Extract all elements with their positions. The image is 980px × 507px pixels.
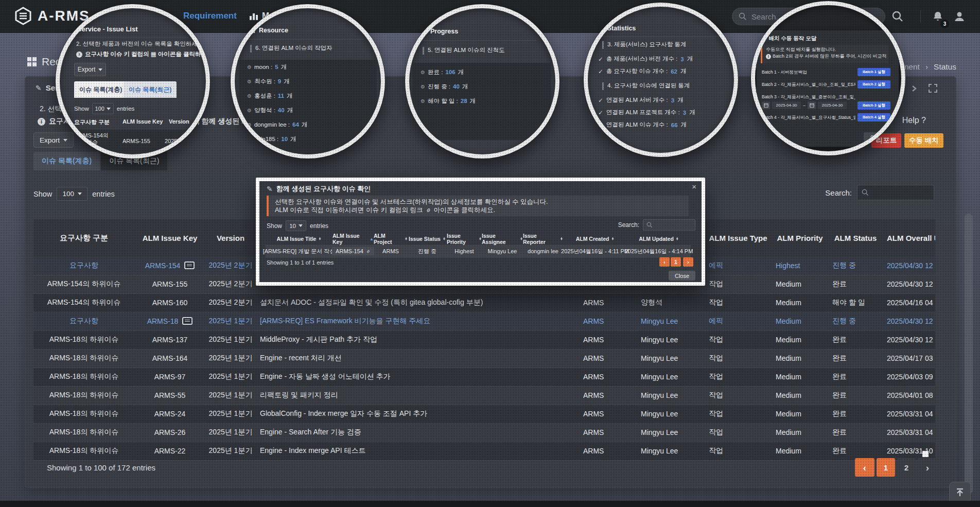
modal-col-header[interactable]: ALM Updated▲▼ xyxy=(627,234,691,244)
modal-search-box[interactable] xyxy=(643,219,695,231)
modal-pagination-prev[interactable]: ‹ xyxy=(659,257,670,267)
gear-icon: ⚙ xyxy=(421,98,425,104)
cell-c6: Mingyu Lee xyxy=(637,442,705,460)
table-search-input[interactable] xyxy=(872,189,929,197)
modal-col-header[interactable]: Issue Priority▲▼ xyxy=(447,234,482,244)
nav-divider xyxy=(920,10,921,23)
cell-c10: 2025/04/30 12 xyxy=(883,275,935,293)
modal-close-button[interactable]: Close xyxy=(669,271,695,281)
cell-c4: Engine - recent 처리 개선 xyxy=(256,349,579,368)
item-count: 11 xyxy=(278,93,284,99)
item-count: 9 xyxy=(278,78,281,84)
cell-c6: 양형석 xyxy=(637,293,705,312)
cell-c5: ARMS xyxy=(579,442,637,460)
modal-col-header[interactable]: Issue Reporter▲▼ xyxy=(523,234,563,244)
modal-table-row[interactable]: [ARMS-REQ] 개발 문서 작성 ARMS-154 ARMS 진행 중 H… xyxy=(266,245,691,257)
col-header-alm-priority[interactable]: ALM Priority xyxy=(772,219,828,256)
item-count: 10 xyxy=(281,136,288,142)
modal-col-header[interactable]: ALM Issue Key▲ xyxy=(332,234,374,244)
cell-c9: 해야 할 일 xyxy=(828,293,883,312)
table-row[interactable]: ARMS-18의 하위이슈ARMS-1372025년 1분기MiddleProx… xyxy=(33,330,935,349)
cell-c10: 2025/04/30 12 xyxy=(883,312,935,330)
modal-col-header[interactable]: Issue Status▲▼ xyxy=(408,234,447,244)
table-row[interactable]: ARMS-18의 하위이슈ARMS-1642025년 1분기Engine - r… xyxy=(33,349,935,368)
calendar-icon xyxy=(808,101,816,109)
cell-c3: 2025년 1분기 xyxy=(205,386,256,405)
issue-detail-icon[interactable] xyxy=(184,261,195,269)
table-row[interactable]: ARMS-18의 하위이슈ARMS-222025년 1분기Engine - In… xyxy=(33,442,935,460)
col-header-alm-overall-update[interactable]: ALM Overall Update xyxy=(883,219,935,256)
modal-pagination-page-1[interactable]: 1 xyxy=(671,257,681,267)
tab-issue-list-hierarchy[interactable]: 이슈 목록(계층) xyxy=(33,152,100,170)
stat-label: 총 제품(서비스) 버전 개수 : xyxy=(606,55,678,63)
batch-label: Batch 2 - 각_제품서비스_별_이슈_조회_및_ES저장_순차실행 xyxy=(762,82,855,88)
cell-c2: ARMS-18 xyxy=(134,312,205,330)
issue-detail-icon[interactable] xyxy=(182,317,192,325)
modal-col-header[interactable]: ALM Issue Title▲▼ xyxy=(266,234,332,244)
cell-c5: ARMS xyxy=(579,312,637,330)
chevron-right-icon[interactable] xyxy=(910,84,918,93)
scroll-to-top-button[interactable] xyxy=(949,482,971,503)
table-row[interactable]: ARMS-18의 하위이슈ARMS-242025년 1분기GlobalConfi… xyxy=(33,405,935,423)
col-header-alm-issue-key[interactable]: ALM Issue Key xyxy=(134,219,205,256)
check-icon: ✓ xyxy=(598,97,603,104)
modal-col-header[interactable]: ALM Project▲▼ xyxy=(374,234,408,244)
cell-c3: 2025년 1분기 xyxy=(205,312,256,330)
expand-icon[interactable] xyxy=(929,84,937,93)
cell-c7: 작업 xyxy=(705,368,772,386)
cell-c3: 2025년 1분기 xyxy=(205,349,256,368)
export-button[interactable]: Export xyxy=(33,132,74,148)
page-size-select[interactable]: 100 xyxy=(57,187,87,201)
pagination-page-2[interactable]: 2 xyxy=(897,458,916,477)
issue-key: ARMS-155 xyxy=(152,280,187,288)
issue-key-text: ARMS-154 xyxy=(336,248,363,254)
item-label: 양형석 : xyxy=(254,107,275,114)
pagination-next-button[interactable]: › xyxy=(918,458,937,477)
table-row[interactable]: 요구사항ARMS-182025년 1분기[ARMS-REQ] ES Framew… xyxy=(33,312,935,330)
vertical-scrollbar[interactable] xyxy=(965,214,973,494)
modal-col-header[interactable]: Issue Assignee▲▼ xyxy=(482,234,523,244)
modal-info-line2: ALM 이슈로 직접 이동하시려면 이슈 키 컬럼의 링크 아이콘을 클릭하세요… xyxy=(275,206,682,214)
cell-c4: Engine - Search After 기능 검증 xyxy=(256,423,579,442)
table-row[interactable]: ARMS-18의 하위이슈ARMS-972025년 1분기Engine - 자동… xyxy=(33,368,935,386)
modal-close-icon[interactable]: × xyxy=(692,182,696,191)
issue-key[interactable]: ARMS-154 xyxy=(145,261,180,270)
cell-c2: ARMS-97 xyxy=(134,368,205,386)
issue-key[interactable]: ARMS-18 xyxy=(147,317,179,325)
manual-batch-button[interactable]: 수동 배치 xyxy=(904,133,943,148)
issue-key-link[interactable]: ARMS-154 xyxy=(332,247,374,255)
count-list-item: ⚙홍성훈 : 11 개 xyxy=(239,89,377,103)
table-search-box[interactable] xyxy=(857,185,934,200)
issue-key: ARMS-55 xyxy=(154,391,186,399)
nav-item-requirement[interactable]: Requirement xyxy=(183,11,237,21)
modal-info-line1: 선택한 요구사항 이슈와 연결이슈 및 서브테스크(하위작업)의 상세정보를 확… xyxy=(275,198,682,206)
table-row[interactable]: ARMS-18의 하위이슈ARMS-262025년 1분기Engine - Se… xyxy=(33,423,935,442)
gear-icon: ⚙ xyxy=(421,84,425,90)
loupe-tab-hierarchy: 이슈 목록(계층) xyxy=(74,81,127,98)
modal-col-header[interactable]: ALM Created▲▼ xyxy=(563,234,627,244)
modal-cell-assignee: Mingyu Lee xyxy=(482,246,523,257)
item-unit: 개 xyxy=(284,78,290,85)
col-header-requirement-type[interactable]: 요구사항 구분 xyxy=(33,219,134,256)
brand-logo[interactable]: A-RMS xyxy=(13,6,90,26)
col-header-version[interactable]: Version xyxy=(205,219,256,256)
col-header-alm-issue-type[interactable]: ALM Issue Type xyxy=(705,219,772,256)
modal-pagination-next[interactable]: › xyxy=(683,257,693,267)
help-link[interactable]: Help ? xyxy=(902,116,926,125)
item-unit: 개 xyxy=(287,92,293,100)
user-avatar-icon[interactable] xyxy=(953,10,966,23)
table-row[interactable]: ARMS-18의 하위이슈ARMS-552025년 1분기리팩토링 및 패키지 … xyxy=(33,386,935,405)
table-row[interactable]: ARMS-154의 하위이슈ARMS-1602025년 2분기설치문서 ADOC… xyxy=(33,293,935,312)
pagination-prev-button[interactable]: ‹ xyxy=(855,458,874,477)
modal-search-row: Search: xyxy=(618,219,695,231)
pagination-page-1[interactable]: 1 xyxy=(877,458,895,477)
count-list-item: ⚙moon : 5 개 xyxy=(239,60,377,74)
search-icon-button[interactable] xyxy=(891,10,904,23)
col-header-alm-status[interactable]: ALM Status xyxy=(828,219,883,256)
modal-page-size-select[interactable]: 10 xyxy=(286,220,306,231)
cell-c4: 설치문서 ADOC - 설정파일 확인 및 수정 (특히 gitea globa… xyxy=(256,293,579,312)
hexagon-logo-icon xyxy=(13,6,33,26)
item-count: 40 xyxy=(453,83,460,90)
progress-count-list: ⚙완료 : 106 개⚙진행 중 : 40 개⚙해야 할 일 : 28 개 xyxy=(412,63,551,140)
batch-modal-info-box: 수동으로 직접 배치를 실행합니다. i Batch 2의 경우 서버에 많은 … xyxy=(761,45,888,63)
